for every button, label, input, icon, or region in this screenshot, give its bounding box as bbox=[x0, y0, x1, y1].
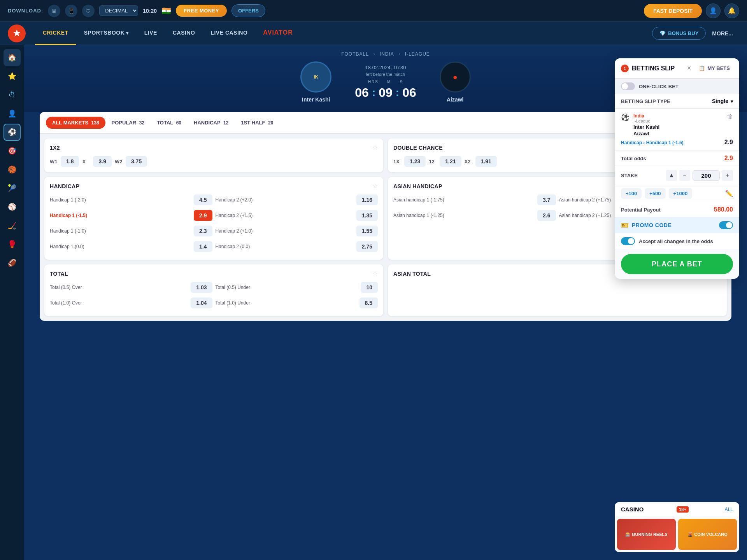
download-windows-btn[interactable]: 🖥 bbox=[48, 5, 60, 17]
user-icon[interactable]: 👤 bbox=[706, 4, 721, 18]
w1-odds-btn[interactable]: 1.8 bbox=[61, 156, 79, 167]
fav-star-total[interactable]: ☆ bbox=[372, 270, 378, 277]
one-click-toggle[interactable] bbox=[621, 82, 635, 90]
h2-p10-label: Handicap 2 (+1.0) bbox=[216, 228, 353, 234]
quick-stake-100[interactable]: +100 bbox=[621, 188, 642, 199]
top-bar-left: DOWNLOAD: 🖥 📱 🛡 DECIMAL 10:20 🇮🇳 FREE MO… bbox=[8, 4, 638, 17]
slip-close-btn[interactable]: × bbox=[686, 64, 693, 72]
x-odds-btn[interactable]: 3.9 bbox=[93, 156, 111, 167]
promo-toggle[interactable] bbox=[719, 221, 733, 229]
promo-row: 🎫 PROMO CODE bbox=[615, 217, 739, 233]
sidebar-user-icon[interactable]: 👤 bbox=[4, 105, 21, 122]
market-card-1x2: 1X2 ☆ W1 1.8 X 3.9 W2 3.75 bbox=[44, 138, 383, 172]
tab-total[interactable]: TOTAL 60 bbox=[151, 117, 188, 129]
1x-odds-btn[interactable]: 1.23 bbox=[404, 156, 426, 167]
nav-cricket[interactable]: CRICKET bbox=[35, 22, 76, 45]
download-android-btn[interactable]: 📱 bbox=[65, 5, 77, 17]
sidebar-star-icon[interactable]: ⭐ bbox=[4, 68, 21, 85]
sidebar-sport2-icon[interactable]: 🏀 bbox=[4, 161, 21, 178]
my-bets-btn[interactable]: 📋 MY BETS bbox=[696, 64, 733, 73]
h1-m10-btn[interactable]: 2.3 bbox=[194, 226, 212, 236]
h2-p15-btn[interactable]: 1.35 bbox=[356, 210, 378, 221]
market-title-asian: ASIAN HANDICAP bbox=[393, 183, 442, 189]
casino-game-2[interactable]: 🌋 COIN VOLCANO bbox=[678, 519, 737, 550]
h1-m15-btn[interactable]: 2.9 bbox=[194, 210, 212, 221]
bonus-buy-btn[interactable]: 💎 BONUS BUY bbox=[652, 27, 706, 40]
offers-btn[interactable]: OFFERS bbox=[231, 4, 265, 17]
total-05-under-label: Total (0.5) Under bbox=[216, 285, 358, 290]
team2-logo: ● bbox=[440, 61, 471, 93]
total-10-under-btn[interactable]: 8.5 bbox=[359, 298, 378, 308]
casino-game-1[interactable]: 🎰 BURNING REELS bbox=[617, 519, 676, 550]
timer-sep1: : bbox=[372, 86, 375, 99]
decimal-select[interactable]: DECIMAL bbox=[99, 5, 138, 16]
total-10-over-btn[interactable]: 1.04 bbox=[191, 298, 212, 308]
total-05-over-btn[interactable]: 1.03 bbox=[191, 282, 212, 293]
slip-header: 1 BETTING SLIP × 📋 MY BETS bbox=[615, 58, 739, 79]
bet-details: India I-League Inter Kashi Aizawl bbox=[633, 113, 659, 136]
slip-type-select[interactable]: Single bbox=[712, 98, 733, 104]
stake-plus-btn[interactable]: + bbox=[722, 170, 733, 181]
s-label: S bbox=[400, 80, 403, 84]
h2-p2-btn[interactable]: 1.16 bbox=[356, 194, 378, 205]
edit-stake-icon[interactable]: ✏️ bbox=[725, 190, 733, 197]
nav-aviator[interactable]: aviator bbox=[255, 22, 300, 45]
casino-all-link[interactable]: ALL bbox=[725, 507, 733, 512]
stake-minus-btn[interactable]: − bbox=[679, 170, 690, 181]
sidebar-football-icon[interactable]: ⚽ bbox=[4, 124, 21, 141]
slip-badge: 1 bbox=[621, 65, 629, 72]
quick-stake-1000[interactable]: +1000 bbox=[669, 188, 693, 199]
ah1-m175-btn[interactable]: 3.7 bbox=[537, 194, 556, 205]
main-nav: ★ CRICKET SPORTSBOOK LIVE CASINO LIVE CA… bbox=[0, 22, 747, 45]
free-money-btn[interactable]: FREE MONEY bbox=[176, 5, 227, 17]
sidebar-sport5-icon[interactable]: 🏒 bbox=[4, 217, 21, 234]
sidebar-sport4-icon[interactable]: ⚾ bbox=[4, 198, 21, 215]
nav-casino[interactable]: CASINO bbox=[165, 22, 203, 45]
shield-icon[interactable]: 🛡 bbox=[82, 5, 95, 17]
nav-more[interactable]: MORE... bbox=[706, 30, 739, 37]
sidebar-sport1-icon[interactable]: 🎯 bbox=[4, 142, 21, 159]
betting-slip: 1 BETTING SLIP × 📋 MY BETS ONE-CLICK BET… bbox=[615, 58, 739, 279]
h1-00-btn[interactable]: 1.4 bbox=[194, 241, 212, 252]
nav-sportsbook[interactable]: SPORTSBOOK bbox=[76, 22, 137, 45]
one-click-row: ONE-CLICK BET bbox=[615, 79, 739, 94]
sidebar-clock-icon[interactable]: ⏱ bbox=[4, 86, 21, 103]
stake-input[interactable] bbox=[693, 170, 720, 181]
bet-market-info: Handicap › Handicap 1 (-1.5) bbox=[621, 139, 684, 146]
nav-live[interactable]: LIVE bbox=[137, 22, 165, 45]
tab-1st-half[interactable]: 1ST HALF 20 bbox=[235, 117, 279, 129]
deposit-btn[interactable]: FAST DEPOSIT bbox=[644, 4, 702, 18]
h2-p10-btn[interactable]: 1.55 bbox=[356, 226, 378, 236]
nav-live-casino[interactable]: LIVE CASINO bbox=[203, 22, 255, 45]
sidebar-sport3-icon[interactable]: 🎾 bbox=[4, 180, 21, 197]
breadcrumb-india: INDIA bbox=[380, 51, 394, 57]
match-center: 18.02.2024, 16:30 left before the match … bbox=[355, 65, 416, 100]
place-bet-btn[interactable]: PLACE A BET bbox=[621, 254, 733, 274]
fav-star-1x2[interactable]: ☆ bbox=[372, 144, 378, 151]
accept-label: Accept all changes in the odds bbox=[639, 238, 713, 244]
sidebar-sport7-icon[interactable]: 🏈 bbox=[4, 254, 21, 271]
quick-stake-500[interactable]: +500 bbox=[645, 188, 665, 199]
h1-m2-btn[interactable]: 4.5 bbox=[194, 194, 212, 205]
tab-popular[interactable]: POPULAR 32 bbox=[105, 117, 151, 129]
tab-handicap[interactable]: HANDICAP 12 bbox=[188, 117, 235, 129]
sidebar-home-icon[interactable]: 🏠 bbox=[4, 49, 21, 66]
stake-up-btn[interactable]: ▲ bbox=[666, 170, 677, 181]
total-05-under-btn[interactable]: 10 bbox=[361, 282, 378, 293]
market-card-handicap: HANDICAP ☆ Handicap 1 (-2.0) 4.5 Handica… bbox=[44, 177, 383, 260]
w2-odds-btn[interactable]: 3.75 bbox=[126, 156, 147, 167]
casino-age-badge: 18+ bbox=[677, 506, 689, 513]
delete-bet-btn[interactable]: 🗑 bbox=[727, 113, 733, 120]
fav-star-handicap[interactable]: ☆ bbox=[372, 182, 378, 190]
ah1-m125-btn[interactable]: 2.6 bbox=[537, 210, 556, 221]
tab-all-markets[interactable]: ALL MARKETS 138 bbox=[46, 117, 105, 129]
notifications-icon[interactable]: 🔔 bbox=[724, 4, 739, 18]
bet-team2: Aizawl bbox=[633, 131, 659, 136]
logo[interactable]: ★ bbox=[8, 24, 26, 42]
accept-toggle[interactable] bbox=[621, 237, 635, 245]
sidebar-sport6-icon[interactable]: 🥊 bbox=[4, 236, 21, 253]
h2-00-btn[interactable]: 2.75 bbox=[356, 241, 378, 252]
12-odds-btn[interactable]: 1.21 bbox=[440, 156, 461, 167]
x2-odds-btn[interactable]: 1.91 bbox=[475, 156, 497, 167]
stake-row: STAKE ▲ − + bbox=[615, 166, 739, 185]
